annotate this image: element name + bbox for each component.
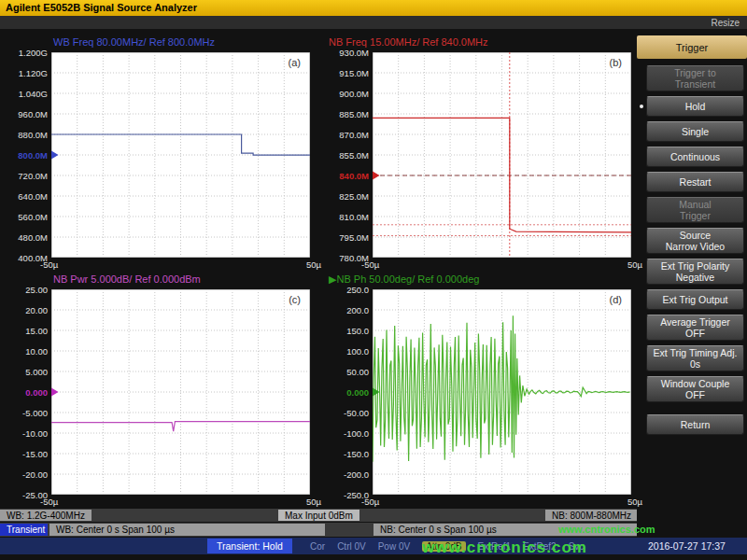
softkey-label: Transient <box>675 78 715 90</box>
y-tick-label: 915.0M <box>339 68 369 78</box>
y-tick-label: 855.0M <box>339 150 369 161</box>
plot-title: NB Freq 15.00MHz/ Ref 840.0MHz <box>329 35 631 52</box>
y-tick-label: 720.0M <box>18 171 48 181</box>
x-tick-label: -50µ <box>40 497 58 507</box>
y-tick-label: 885.0M <box>339 109 369 119</box>
x-axis: -50µ50µ <box>361 497 642 507</box>
y-tick-label: 5.000 <box>25 367 48 377</box>
plot-nb-power: NB Pwr 5.000dB/ Ref 0.000dBm 25.0020.001… <box>7 273 310 495</box>
watermark-large: www.cntronics.com <box>422 539 587 557</box>
x-tick-label: 50µ <box>306 497 321 507</box>
plot-body: 930.0M915.0M900.0M885.0M870.0M855.0M840.… <box>329 52 631 258</box>
y-tick-label: 880.0M <box>18 130 48 140</box>
y-tick-label: 960.0M <box>18 109 48 119</box>
y-tick-label: 1.040G <box>19 89 48 99</box>
plot-body: 1.200G1.120G1.040G960.0M880.0M800.0M720.… <box>7 52 310 258</box>
softkey-label: Return <box>681 419 711 430</box>
sweep-settings-row: Transient WB: Center 0 s Span 100 µs NB:… <box>0 523 637 537</box>
y-tick-label: 795.0M <box>339 232 369 243</box>
softkey-label: Window Couple <box>661 378 730 389</box>
hardware-range-row: WB: 1.2G-400MHz Max Input 0dBm NB: 800M-… <box>0 509 637 522</box>
softkey-source-narrow-video[interactable]: SourceNarrow Video <box>646 228 744 254</box>
y-tick-label: 25.00 <box>25 285 48 295</box>
y-tick-label: -50.00 <box>344 408 369 418</box>
softkey-label: 0s <box>690 358 700 370</box>
status-item-ctrl-0v: Ctrl 0V <box>337 541 366 552</box>
softkey-label: Restart <box>680 176 712 188</box>
softkey-label: Source <box>680 230 711 241</box>
softkey-label: Manual <box>679 199 711 210</box>
trigger-status-chip: Transient: Hold <box>207 539 292 553</box>
softkey-ext-trig-output[interactable]: Ext Trig Output <box>646 289 744 310</box>
plot-title-text: NB Pwr 5.000dB/ Ref 0.000dBm <box>53 273 201 285</box>
softkey-restart[interactable]: Restart <box>646 172 744 192</box>
plot-canvas-nb-phase[interactable] <box>373 289 631 495</box>
x-axis: -50µ50µ <box>40 259 321 270</box>
softkey-menu: Trigger Trigger toTransientHoldSingleCon… <box>637 35 747 435</box>
y-tick-label: 0.000 <box>346 387 369 398</box>
y-tick-label: 250.0 <box>346 285 369 295</box>
softkey-return[interactable]: Return <box>646 414 744 435</box>
softkey-label: Narrow Video <box>666 241 725 252</box>
instrument-status-bar: Transient: Hold CorCtrl 0VPow 0VAttn 0dB… <box>0 538 747 554</box>
y-tick-label: -20.00 <box>22 469 48 480</box>
softkey-window-couple-off[interactable]: Window CoupleOFF <box>646 376 744 402</box>
status-item-pow-0v: Pow 0V <box>378 541 410 552</box>
x-tick-label: 50µ <box>306 259 321 270</box>
y-tick-label: -10.00 <box>22 428 48 439</box>
y-tick-label: -5.000 <box>22 408 48 418</box>
y-tick-label: 810.0M <box>339 212 369 222</box>
softkey-ext-trig-timing-adj-0s[interactable]: Ext Trig Timing Adj.0s <box>646 345 744 371</box>
y-tick-label: 0.000 <box>25 387 48 398</box>
x-tick-label: -50µ <box>361 497 379 507</box>
plot-canvas-nb-freq[interactable] <box>373 52 631 258</box>
plot-body: 250.0200.0150.0100.050.000.000-50.00-100… <box>329 289 631 495</box>
softkey-label: Negative <box>676 272 714 283</box>
plot-title: WB Freq 80.00MHz/ Ref 800.0MHz <box>7 35 310 52</box>
plot-corner-label: (d) <box>610 294 622 305</box>
softkey-single[interactable]: Single <box>646 121 744 142</box>
y-tick-label: 1.120G <box>19 68 48 78</box>
plot-canvas-nb-power[interactable] <box>51 289 310 495</box>
softkey-label: Single <box>682 126 709 137</box>
plot-wb-freq: WB Freq 80.00MHz/ Ref 800.0MHz 1.200G1.1… <box>7 35 310 258</box>
y-tick-label: 640.0M <box>18 191 48 202</box>
softkey-trigger-to-transient: Trigger toTransient <box>646 65 744 91</box>
softkey-menu-title: Trigger <box>637 35 747 59</box>
y-tick-label: -150.0 <box>344 449 369 459</box>
resize-handle[interactable]: Resize <box>711 18 740 28</box>
plot-title-text: WB Freq 80.00MHz/ Ref 800.0MHz <box>53 36 215 48</box>
softkey-label: Hold <box>685 101 706 112</box>
softkey-label: Ext Trig Timing Adj. <box>654 347 738 358</box>
x-tick-label: 50µ <box>627 497 642 507</box>
y-tick-label: -100.0 <box>344 428 369 439</box>
softkey-average-trigger-off[interactable]: Average TriggerOFF <box>646 315 744 341</box>
y-tick-label: 560.0M <box>18 212 48 222</box>
max-input-chip: Max Input 0dBm <box>278 510 359 521</box>
y-tick-label: 1.200G <box>19 48 48 58</box>
softkey-label: Continuous <box>670 151 720 162</box>
softkey-label: OFF <box>685 389 705 400</box>
plot-title: ▶NB Ph 50.00deg/ Ref 0.000deg <box>329 273 631 289</box>
softkey-ext-trig-polarity-negative[interactable]: Ext Trig PolarityNegative <box>646 259 744 285</box>
wb-sweep-chip: WB: Center 0 s Span 100 µs <box>49 524 325 536</box>
mode-chip: Transient <box>0 524 48 536</box>
y-tick-label: 150.0 <box>346 326 369 336</box>
y-tick-label: 50.00 <box>346 367 369 377</box>
plot-title: NB Pwr 5.000dB/ Ref 0.000dBm <box>7 273 310 289</box>
plot-canvas-wb-freq[interactable] <box>51 52 310 258</box>
softkey-continuous[interactable]: Continuous <box>646 147 744 167</box>
plot-title-text: NB Freq 15.00MHz/ Ref 840.0MHz <box>329 36 488 48</box>
y-tick-label: 480.0M <box>18 232 48 243</box>
status-item-cor: Cor <box>310 541 325 552</box>
y-axis: 25.0020.0015.0010.005.0000.000-5.000-10.… <box>7 289 50 495</box>
y-tick-label: -200.0 <box>344 469 369 480</box>
y-tick-label: 870.0M <box>339 130 369 140</box>
y-axis: 250.0200.0150.0100.050.000.000-50.00-100… <box>329 289 372 495</box>
y-tick-label: 10.00 <box>25 346 48 357</box>
watermark-small: www.cntronics.com <box>558 524 655 535</box>
y-tick-label: 825.0M <box>339 191 369 202</box>
softkey-hold[interactable]: Hold <box>646 96 744 117</box>
y-axis: 1.200G1.120G1.040G960.0M880.0M800.0M720.… <box>7 52 50 258</box>
softkey-label: Trigger <box>680 210 711 221</box>
